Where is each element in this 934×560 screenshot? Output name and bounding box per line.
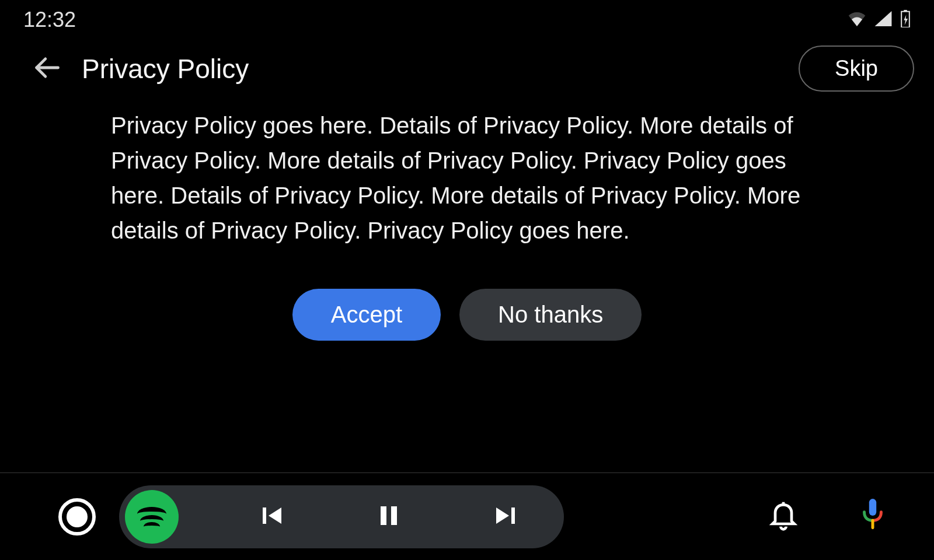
spotify-icon bbox=[137, 507, 166, 527]
svg-rect-6 bbox=[511, 508, 515, 524]
decline-button[interactable]: No thanks bbox=[459, 289, 642, 341]
status-time: 12:32 bbox=[23, 8, 76, 32]
policy-text: Privacy Policy goes here. Details of Pri… bbox=[111, 108, 823, 248]
pause-icon bbox=[375, 502, 403, 532]
voice-assistant-button[interactable] bbox=[858, 498, 887, 536]
action-row: Accept No thanks bbox=[111, 289, 823, 341]
nav-right bbox=[767, 498, 887, 536]
media-control-pill bbox=[119, 485, 564, 548]
play-pause-button[interactable] bbox=[365, 494, 412, 540]
page-title: Privacy Policy bbox=[82, 53, 799, 85]
nav-left bbox=[58, 498, 96, 536]
svg-rect-8 bbox=[869, 499, 876, 516]
app-launcher-button[interactable] bbox=[58, 498, 96, 536]
skip-previous-icon bbox=[258, 502, 286, 532]
circle-dot-icon bbox=[67, 506, 88, 527]
battery-icon bbox=[900, 10, 911, 30]
skip-next-icon bbox=[492, 502, 520, 532]
status-icons bbox=[848, 10, 911, 30]
bell-icon bbox=[767, 524, 800, 534]
accept-button[interactable]: Accept bbox=[292, 289, 441, 341]
header: Privacy Policy Skip bbox=[0, 35, 934, 102]
skip-button[interactable]: Skip bbox=[799, 46, 914, 92]
content-area: Privacy Policy goes here. Details of Pri… bbox=[0, 102, 934, 341]
wifi-icon bbox=[848, 11, 866, 29]
previous-track-button[interactable] bbox=[249, 494, 295, 540]
back-button[interactable] bbox=[29, 51, 64, 86]
cellular-icon bbox=[874, 11, 892, 29]
bottom-nav bbox=[0, 473, 934, 560]
svg-rect-4 bbox=[381, 506, 386, 525]
svg-rect-3 bbox=[263, 508, 266, 524]
arrow-left-icon bbox=[32, 52, 62, 85]
status-bar: 12:32 bbox=[0, 0, 934, 35]
notifications-button[interactable] bbox=[767, 499, 800, 534]
next-track-button[interactable] bbox=[482, 494, 529, 540]
svg-rect-5 bbox=[391, 506, 397, 525]
microphone-icon bbox=[858, 526, 887, 536]
spotify-button[interactable] bbox=[125, 490, 179, 544]
